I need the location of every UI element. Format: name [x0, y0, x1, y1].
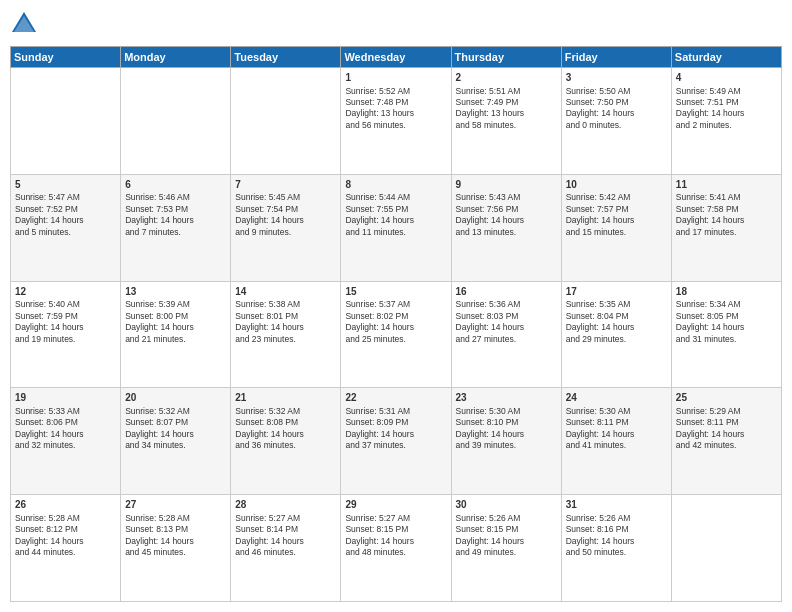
- day-number: 22: [345, 391, 446, 405]
- day-number: 7: [235, 178, 336, 192]
- calendar-cell: 25Sunrise: 5:29 AMSunset: 8:11 PMDayligh…: [671, 388, 781, 495]
- calendar-cell: 2Sunrise: 5:51 AMSunset: 7:49 PMDaylight…: [451, 68, 561, 175]
- sunrise-text: Sunrise: 5:51 AM: [456, 86, 557, 97]
- sunset-text: Sunset: 7:59 PM: [15, 311, 116, 322]
- daylight-text: Daylight: 14 hours: [676, 322, 777, 333]
- sunset-text: Sunset: 8:07 PM: [125, 417, 226, 428]
- calendar-cell: 12Sunrise: 5:40 AMSunset: 7:59 PMDayligh…: [11, 281, 121, 388]
- daylight-text: and 50 minutes.: [566, 547, 667, 558]
- day-number: 27: [125, 498, 226, 512]
- day-number: 14: [235, 285, 336, 299]
- daylight-text: and 19 minutes.: [15, 334, 116, 345]
- calendar-cell: 23Sunrise: 5:30 AMSunset: 8:10 PMDayligh…: [451, 388, 561, 495]
- daylight-text: Daylight: 13 hours: [345, 108, 446, 119]
- sunset-text: Sunset: 7:53 PM: [125, 204, 226, 215]
- daylight-text: Daylight: 14 hours: [15, 322, 116, 333]
- sunrise-text: Sunrise: 5:52 AM: [345, 86, 446, 97]
- day-number: 5: [15, 178, 116, 192]
- calendar-cell: 9Sunrise: 5:43 AMSunset: 7:56 PMDaylight…: [451, 174, 561, 281]
- sunrise-text: Sunrise: 5:37 AM: [345, 299, 446, 310]
- daylight-text: Daylight: 14 hours: [125, 429, 226, 440]
- daylight-text: and 44 minutes.: [15, 547, 116, 558]
- daylight-text: Daylight: 14 hours: [345, 429, 446, 440]
- sunset-text: Sunset: 8:16 PM: [566, 524, 667, 535]
- sunrise-text: Sunrise: 5:27 AM: [345, 513, 446, 524]
- sunrise-text: Sunrise: 5:40 AM: [15, 299, 116, 310]
- calendar-week-row: 19Sunrise: 5:33 AMSunset: 8:06 PMDayligh…: [11, 388, 782, 495]
- sunset-text: Sunset: 8:05 PM: [676, 311, 777, 322]
- sunset-text: Sunset: 8:01 PM: [235, 311, 336, 322]
- day-number: 9: [456, 178, 557, 192]
- calendar-cell: [671, 495, 781, 602]
- daylight-text: Daylight: 14 hours: [15, 429, 116, 440]
- calendar-cell: 15Sunrise: 5:37 AMSunset: 8:02 PMDayligh…: [341, 281, 451, 388]
- daylight-text: and 15 minutes.: [566, 227, 667, 238]
- sunrise-text: Sunrise: 5:36 AM: [456, 299, 557, 310]
- daylight-text: Daylight: 14 hours: [235, 322, 336, 333]
- day-number: 19: [15, 391, 116, 405]
- sunrise-text: Sunrise: 5:38 AM: [235, 299, 336, 310]
- daylight-text: and 25 minutes.: [345, 334, 446, 345]
- sunset-text: Sunset: 8:08 PM: [235, 417, 336, 428]
- daylight-text: Daylight: 14 hours: [676, 108, 777, 119]
- calendar-table: SundayMondayTuesdayWednesdayThursdayFrid…: [10, 46, 782, 602]
- sunset-text: Sunset: 8:15 PM: [456, 524, 557, 535]
- sunset-text: Sunset: 8:14 PM: [235, 524, 336, 535]
- daylight-text: Daylight: 14 hours: [456, 215, 557, 226]
- sunset-text: Sunset: 8:09 PM: [345, 417, 446, 428]
- day-number: 2: [456, 71, 557, 85]
- sunrise-text: Sunrise: 5:46 AM: [125, 192, 226, 203]
- calendar-cell: 3Sunrise: 5:50 AMSunset: 7:50 PMDaylight…: [561, 68, 671, 175]
- daylight-text: and 41 minutes.: [566, 440, 667, 451]
- day-number: 20: [125, 391, 226, 405]
- calendar-cell: 21Sunrise: 5:32 AMSunset: 8:08 PMDayligh…: [231, 388, 341, 495]
- daylight-text: Daylight: 14 hours: [456, 429, 557, 440]
- sunset-text: Sunset: 8:13 PM: [125, 524, 226, 535]
- daylight-text: and 34 minutes.: [125, 440, 226, 451]
- calendar-cell: 11Sunrise: 5:41 AMSunset: 7:58 PMDayligh…: [671, 174, 781, 281]
- sunrise-text: Sunrise: 5:28 AM: [125, 513, 226, 524]
- sunset-text: Sunset: 7:58 PM: [676, 204, 777, 215]
- sunrise-text: Sunrise: 5:28 AM: [15, 513, 116, 524]
- sunrise-text: Sunrise: 5:35 AM: [566, 299, 667, 310]
- day-number: 16: [456, 285, 557, 299]
- day-number: 8: [345, 178, 446, 192]
- daylight-text: Daylight: 14 hours: [345, 536, 446, 547]
- calendar-cell: 29Sunrise: 5:27 AMSunset: 8:15 PMDayligh…: [341, 495, 451, 602]
- sunset-text: Sunset: 7:49 PM: [456, 97, 557, 108]
- daylight-text: Daylight: 14 hours: [125, 322, 226, 333]
- daylight-text: and 27 minutes.: [456, 334, 557, 345]
- weekday-header: Wednesday: [341, 47, 451, 68]
- daylight-text: and 31 minutes.: [676, 334, 777, 345]
- calendar-cell: 31Sunrise: 5:26 AMSunset: 8:16 PMDayligh…: [561, 495, 671, 602]
- daylight-text: Daylight: 14 hours: [456, 322, 557, 333]
- sunrise-text: Sunrise: 5:47 AM: [15, 192, 116, 203]
- calendar-cell: 6Sunrise: 5:46 AMSunset: 7:53 PMDaylight…: [121, 174, 231, 281]
- day-number: 26: [15, 498, 116, 512]
- calendar-cell: 5Sunrise: 5:47 AMSunset: 7:52 PMDaylight…: [11, 174, 121, 281]
- sunset-text: Sunset: 8:15 PM: [345, 524, 446, 535]
- weekday-header: Thursday: [451, 47, 561, 68]
- weekday-header: Saturday: [671, 47, 781, 68]
- calendar-cell: 17Sunrise: 5:35 AMSunset: 8:04 PMDayligh…: [561, 281, 671, 388]
- day-number: 29: [345, 498, 446, 512]
- daylight-text: Daylight: 14 hours: [345, 322, 446, 333]
- daylight-text: Daylight: 14 hours: [676, 215, 777, 226]
- sunset-text: Sunset: 7:50 PM: [566, 97, 667, 108]
- calendar-cell: 30Sunrise: 5:26 AMSunset: 8:15 PMDayligh…: [451, 495, 561, 602]
- sunset-text: Sunset: 7:56 PM: [456, 204, 557, 215]
- daylight-text: and 2 minutes.: [676, 120, 777, 131]
- daylight-text: and 46 minutes.: [235, 547, 336, 558]
- daylight-text: and 17 minutes.: [676, 227, 777, 238]
- sunrise-text: Sunrise: 5:29 AM: [676, 406, 777, 417]
- sunrise-text: Sunrise: 5:49 AM: [676, 86, 777, 97]
- daylight-text: Daylight: 14 hours: [566, 322, 667, 333]
- sunrise-text: Sunrise: 5:43 AM: [456, 192, 557, 203]
- daylight-text: Daylight: 14 hours: [566, 108, 667, 119]
- sunrise-text: Sunrise: 5:33 AM: [15, 406, 116, 417]
- daylight-text: Daylight: 14 hours: [456, 536, 557, 547]
- calendar-cell: 4Sunrise: 5:49 AMSunset: 7:51 PMDaylight…: [671, 68, 781, 175]
- sunset-text: Sunset: 8:06 PM: [15, 417, 116, 428]
- calendar-cell: 18Sunrise: 5:34 AMSunset: 8:05 PMDayligh…: [671, 281, 781, 388]
- sunset-text: Sunset: 7:55 PM: [345, 204, 446, 215]
